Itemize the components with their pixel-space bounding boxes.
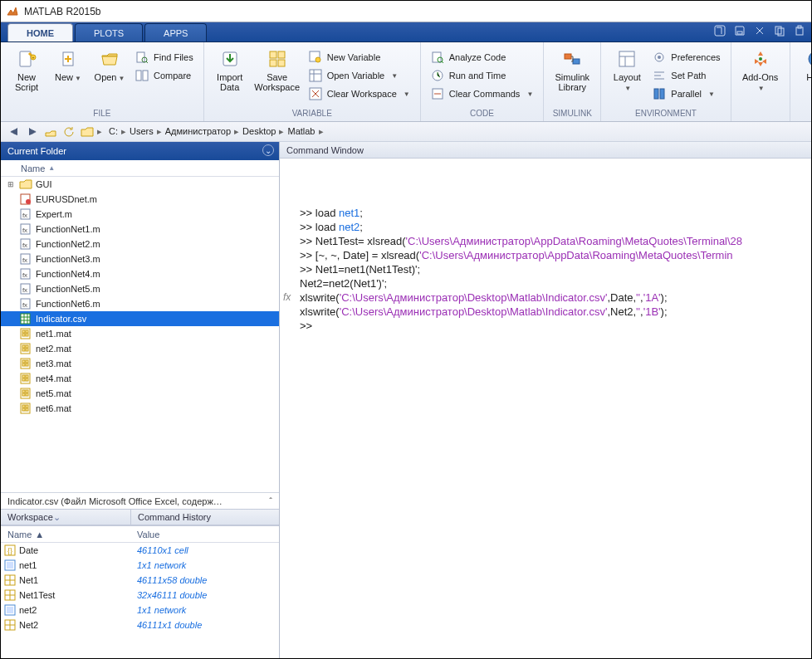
- file-row[interactable]: net3.mat: [1, 356, 279, 371]
- file-row[interactable]: fxExpert.m: [1, 207, 279, 222]
- new-script-button[interactable]: + New Script: [7, 46, 46, 92]
- open-variable-button[interactable]: Open Variable▼: [306, 67, 413, 84]
- breadcrumb-segment[interactable]: Users: [126, 126, 157, 136]
- help-button[interactable]: ? Help▼: [797, 46, 812, 94]
- breadcrumb-separator: ▸: [157, 126, 162, 136]
- sort-asc-icon: ▲: [48, 164, 55, 172]
- nav-up-button[interactable]: [42, 124, 59, 139]
- ribbon-tab-home[interactable]: HOME: [7, 23, 73, 41]
- new-button[interactable]: New▼: [49, 46, 87, 84]
- file-row[interactable]: fxFunctionNet4.m: [1, 266, 279, 281]
- file-row[interactable]: fxFunctionNet1.m: [1, 222, 279, 237]
- svg-rect-71: [26, 364, 28, 366]
- open-button[interactable]: Open▼: [90, 46, 129, 84]
- chevron-up-icon[interactable]: ˆ: [269, 496, 272, 506]
- current-folder-list[interactable]: ⊞GUIEURUSDnet.mfxExpert.mfxFunctionNet1.…: [1, 177, 279, 492]
- file-name: net5.mat: [36, 388, 71, 398]
- ribbon-tab-apps[interactable]: APPS: [144, 23, 207, 41]
- command-line: >> Net1=net1(Net1Test)';: [300, 262, 806, 276]
- workspace-row[interactable]: net11x1 network: [1, 558, 279, 573]
- ribbon-group-resources: ? Help▼ Community Request Support RESOUR…: [790, 42, 812, 121]
- analyze-code-button[interactable]: Analyze Code: [428, 49, 537, 66]
- file-name: Expert.m: [36, 209, 72, 219]
- ribbon-tab-plots[interactable]: PLOTS: [75, 23, 143, 41]
- file-row[interactable]: net2.mat: [1, 341, 279, 356]
- panel-menu-button[interactable]: ⌄: [53, 512, 61, 523]
- fx-prompt-icon: fx: [283, 290, 291, 305]
- clear-workspace-button[interactable]: Clear Workspace▼: [306, 85, 413, 102]
- nav-refresh-button[interactable]: [61, 124, 77, 139]
- ribbon-group-label: RESOURCES: [797, 108, 812, 120]
- import-data-button[interactable]: Import Data: [211, 46, 249, 92]
- current-folder-header[interactable]: Current Folder ⌄: [1, 142, 279, 160]
- workspace-row[interactable]: {}Date46110x1 cell: [1, 543, 279, 558]
- layout-button[interactable]: Layout▼: [608, 46, 646, 94]
- svg-rect-33: [660, 89, 664, 99]
- file-row[interactable]: EURUSDnet.m: [1, 192, 279, 207]
- ribbon-group-label: VARIABLE: [211, 108, 413, 120]
- simulink-library-button[interactable]: Simulink Library: [550, 46, 594, 92]
- workspace-columns[interactable]: Name▲ Value: [1, 526, 279, 543]
- breadcrumb-segment[interactable]: C:: [105, 126, 121, 136]
- new-variable-icon: [309, 51, 322, 64]
- command-window-header[interactable]: Command Window: [280, 142, 811, 159]
- compare-button[interactable]: Compare: [132, 67, 197, 84]
- qat-cut-icon[interactable]: [713, 24, 726, 37]
- svg-rect-17: [270, 60, 276, 66]
- workspace-tab[interactable]: Workspace ⌄: [1, 509, 130, 525]
- workspace-row[interactable]: net21x1 network: [1, 603, 279, 618]
- breadcrumb-segment[interactable]: Desktop: [239, 126, 279, 136]
- panel-title: Current Folder: [7, 146, 66, 156]
- panel-title: Command Window: [286, 145, 364, 155]
- run-and-time-button[interactable]: Run and Time: [428, 67, 537, 84]
- command-window-body[interactable]: fx >> load net1;>> load net2;>> Net1Test…: [280, 159, 811, 658]
- file-row[interactable]: net6.mat: [1, 401, 279, 416]
- command-line: xlswrite('C:\Users\Администратор\Desktop…: [300, 305, 806, 319]
- help-icon: ?: [806, 49, 812, 69]
- variable-value: 32x46111 double: [130, 590, 279, 600]
- file-row[interactable]: ⊞GUI: [1, 177, 279, 192]
- file-name: net3.mat: [36, 359, 71, 369]
- command-history-tab[interactable]: Command History: [130, 509, 279, 525]
- panel-menu-button[interactable]: ⌄: [262, 144, 274, 156]
- file-row[interactable]: fxFunctionNet5.m: [1, 281, 279, 296]
- qat-paste-icon[interactable]: [793, 24, 806, 37]
- file-icon: fx: [19, 283, 32, 295]
- variable-name: Date: [19, 545, 38, 555]
- qat-save-icon[interactable]: [733, 24, 746, 37]
- svg-point-20: [316, 57, 320, 62]
- file-row[interactable]: Indicator.csv: [1, 311, 279, 326]
- qat-cut2-icon[interactable]: [753, 24, 766, 37]
- nav-back-button[interactable]: ⯇: [6, 124, 22, 139]
- svg-rect-56: [21, 314, 30, 324]
- workspace-row[interactable]: Net1Test32x46111 double: [1, 588, 279, 603]
- command-line: xlswrite('C:\Users\Администратор\Desktop…: [300, 290, 806, 305]
- file-row[interactable]: fxFunctionNet2.m: [1, 237, 279, 251]
- parallel-button[interactable]: Parallel▼: [649, 85, 723, 102]
- nav-forward-button[interactable]: ⯈: [24, 124, 41, 139]
- file-row[interactable]: net1.mat: [1, 326, 279, 341]
- workspace-row[interactable]: Net246111x1 double: [1, 618, 279, 632]
- breadcrumb-segment[interactable]: Администратор: [162, 126, 234, 136]
- expand-toggle[interactable]: ⊞: [6, 180, 16, 188]
- file-row[interactable]: fxFunctionNet6.m: [1, 296, 279, 311]
- addons-icon: [751, 49, 770, 69]
- file-row[interactable]: net5.mat: [1, 386, 279, 401]
- file-name: net6.mat: [36, 403, 71, 413]
- new-icon: [58, 49, 78, 69]
- file-row[interactable]: net4.mat: [1, 371, 279, 386]
- file-name: net1.mat: [36, 329, 71, 339]
- find-files-button[interactable]: Find Files: [132, 49, 197, 66]
- workspace-row[interactable]: Net146111x58 double: [1, 573, 279, 588]
- new-variable-button[interactable]: New Variable: [306, 49, 413, 66]
- set-path-button[interactable]: Set Path: [649, 67, 723, 84]
- current-folder-column-header[interactable]: Name▲: [1, 160, 279, 177]
- file-row[interactable]: fxFunctionNet3.m: [1, 251, 279, 266]
- preferences-button[interactable]: Preferences: [649, 49, 723, 66]
- breadcrumb-segment[interactable]: Matlab: [284, 126, 318, 136]
- add-ons-button[interactable]: Add-Ons▼: [738, 46, 783, 94]
- variable-icon: [4, 574, 16, 586]
- save-workspace-button[interactable]: Save Workspace: [252, 46, 302, 92]
- qat-copy-icon[interactable]: [773, 24, 786, 37]
- clear-commands-button[interactable]: Clear Commands▼: [428, 85, 537, 102]
